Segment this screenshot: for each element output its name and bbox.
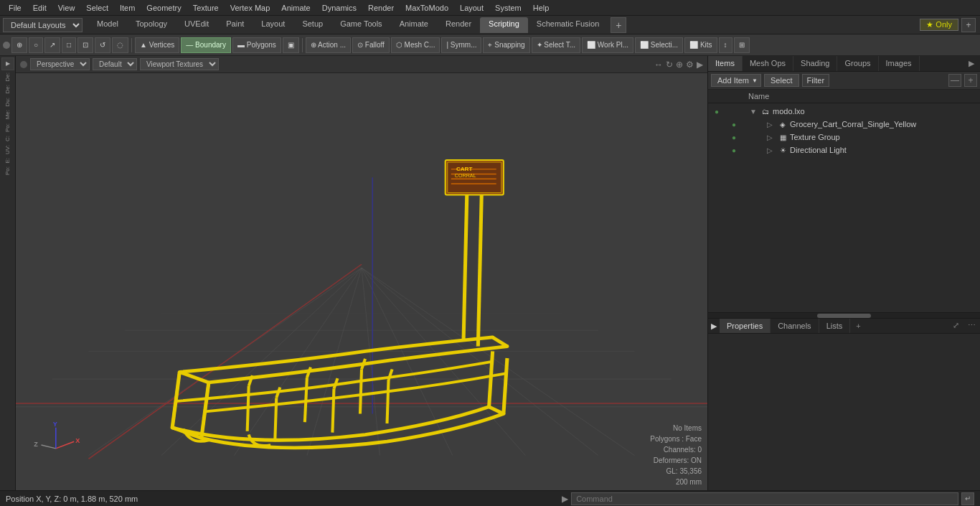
tab-paint[interactable]: Paint [217,17,253,33]
boundary-btn[interactable]: — Boundary [181,37,231,53]
collapse-btn[interactable]: — [948,74,961,87]
layout-selector[interactable]: Default Layouts [3,18,83,32]
action-btn[interactable]: ⊕ Action ... [306,37,351,53]
props-collapse-arrow[interactable]: ▶ [708,319,720,333]
tab-setup[interactable]: Setup [293,17,331,33]
work-plane-btn[interactable]: ⬜ Work Pl... [582,37,633,53]
box-select-btn[interactable]: □ [62,37,76,53]
grid-btn[interactable]: ⊡ [77,37,93,53]
viewport-expand-icon[interactable]: ▶ [697,60,703,70]
panel-expand-btn[interactable]: + [964,74,977,87]
filter-button[interactable]: Filter [802,74,829,87]
menu-dynamics[interactable]: Dynamics [316,2,362,14]
shield-btn[interactable]: ◌ [112,37,128,53]
item-row-directional-light[interactable]: ● ▷ ☀ Directional Light [708,144,980,156]
expand-directional-light[interactable]: ▷ [767,146,776,154]
menu-help[interactable]: Help [527,2,555,14]
tab-topology[interactable]: Topology [127,17,176,33]
vis-texture-group[interactable] [741,131,753,143]
tab-groups[interactable]: Groups [837,56,878,71]
item-row-modo-lxo[interactable]: ● ▼ 🗂 modo.lxo [708,105,980,118]
menu-layout[interactable]: Layout [454,2,489,14]
toolbar-dot[interactable] [3,42,10,49]
viewport-rotate-icon[interactable]: ↻ [666,60,673,70]
menu-geometry[interactable]: Geometry [141,2,187,14]
menu-file[interactable]: File [3,2,27,14]
select-arrow-btn[interactable]: ↗ [44,37,60,53]
items-scrollbar-area[interactable] [708,312,980,318]
lock-directional-light[interactable] [754,144,765,156]
falloff-btn[interactable]: ⊙ Falloff [352,37,390,53]
tab-lists[interactable]: Lists [819,319,851,333]
eye-directional-light[interactable]: ● [728,144,740,156]
snapping-btn[interactable]: ⌖ Snapping [483,37,529,53]
eye-modo-lxo[interactable]: ● [711,106,722,117]
items-scrollbar-thumb[interactable] [817,314,872,318]
viewport-move-icon[interactable]: ↔ [654,60,663,70]
add-item-button[interactable]: Add Item [711,74,761,87]
viewport-type-selector[interactable]: Perspective [30,58,90,70]
world-btn[interactable]: ⊕ [11,37,27,53]
viewport-style-selector[interactable]: Default [93,58,137,70]
command-go-button[interactable]: ↵ [961,492,974,505]
menu-system[interactable]: System [489,2,527,14]
tab-uvedit[interactable]: UVEdit [176,17,217,33]
star-only-button[interactable]: ★ Only [920,19,958,31]
expand-texture-group[interactable]: ▷ [767,133,776,141]
tab-channels[interactable]: Channels [771,319,819,333]
add-tab-button[interactable]: + [611,17,626,33]
tab-schematic-fusion[interactable]: Schematic Fusion [528,17,608,33]
arrows-btn[interactable]: ↕ [719,37,732,53]
layout-expand-button[interactable]: + [961,18,976,32]
viewport-area[interactable]: Perspective Default Viewport Textures ↔ … [16,56,707,490]
viewport-settings-icon[interactable]: ⚙ [686,60,694,70]
tab-shading[interactable]: Shading [793,56,837,71]
props-add-tab[interactable]: + [850,319,866,333]
viewport-canvas[interactable]: CART CORRAL [16,73,707,490]
vis-grocery-cart[interactable] [741,118,753,130]
tab-mesh-ops[interactable]: Mesh Ops [743,56,793,71]
props-expand-icon[interactable]: ⤢ [948,319,963,333]
viewport-dot[interactable] [20,61,27,68]
select-button[interactable]: Select [764,74,799,87]
tab-render[interactable]: Render [437,17,480,33]
menu-view[interactable]: View [52,2,81,14]
menu-select[interactable]: Select [80,2,114,14]
tab-properties[interactable]: Properties [720,319,771,333]
props-more-icon[interactable]: ⋯ [963,319,980,333]
selection-btn[interactable]: ⬜ Selecti... [635,37,683,53]
tab-layout[interactable]: Layout [253,17,293,33]
command-arrow[interactable]: ▶ [562,494,568,504]
symm-btn[interactable]: | Symm... [441,37,481,53]
viewport-texture-selector[interactable]: Viewport Textures [140,58,219,70]
vis-modo-lxo[interactable] [724,106,735,117]
lock-modo-lxo[interactable] [737,106,748,117]
expand-grocery-cart[interactable]: ▷ [767,121,776,128]
menu-item[interactable]: Item [114,2,141,14]
menu-render[interactable]: Render [362,2,400,14]
tab-scripting[interactable]: Scripting [480,17,528,33]
item-row-texture-group[interactable]: ● ▷ ▦ Texture Group [708,131,980,144]
eye-texture-group[interactable]: ● [728,131,740,143]
vertices-btn[interactable]: ▲ Vertices [135,37,179,53]
mesh-btn[interactable]: ⬡ Mesh C... [391,37,440,53]
menu-edit[interactable]: Edit [27,2,52,14]
vis-directional-light[interactable] [741,144,753,156]
tab-game-tools[interactable]: Game Tools [331,17,391,33]
menu-vertex-map[interactable]: Vertex Map [225,2,276,14]
tab-model[interactable]: Model [88,17,127,33]
select-t-btn[interactable]: ✦ Select T... [532,37,581,53]
tab-images[interactable]: Images [879,56,920,71]
rotate-btn[interactable]: ↺ [95,37,110,53]
expand-modo-lxo[interactable]: ▼ [750,108,758,116]
lock-grocery-cart[interactable] [754,118,765,130]
eye-grocery-cart[interactable]: ● [728,118,740,130]
tab-items[interactable]: Items [708,56,743,71]
viewport-zoom-icon[interactable]: ⊕ [676,60,683,70]
polygons-btn[interactable]: ▬ Polygons [232,37,281,53]
menu-texture[interactable]: Texture [187,2,225,14]
material-btn[interactable]: ▣ [283,37,299,53]
panel-more-btn[interactable]: ▶ [963,56,980,71]
menu-maxtomodo[interactable]: MaxToModo [400,2,454,14]
snap-circle-btn[interactable]: ○ [29,37,43,53]
